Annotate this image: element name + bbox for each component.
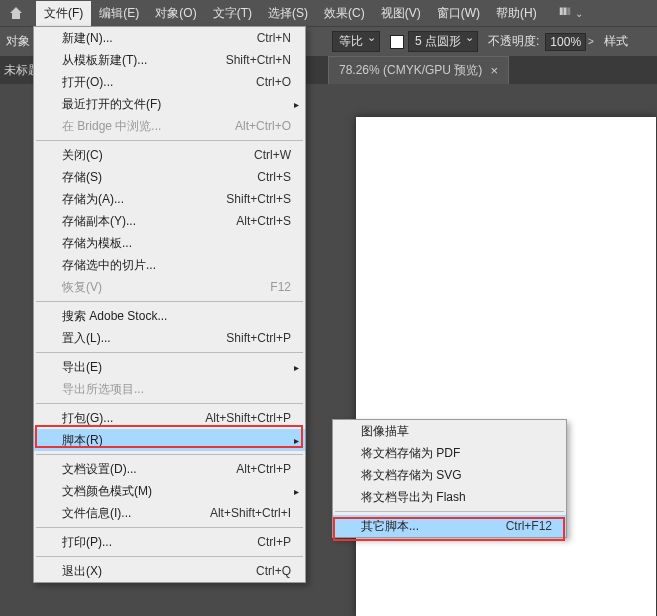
menu-item[interactable]: 新建(N)...Ctrl+N <box>34 27 305 49</box>
menu-item[interactable]: 打印(P)...Ctrl+P <box>34 531 305 553</box>
stroke-dropdown[interactable]: 5 点圆形 <box>408 31 478 52</box>
menu-item: 在 Bridge 中浏览...Alt+Ctrl+O <box>34 115 305 137</box>
menu-item-label: 搜索 Adobe Stock... <box>62 308 291 325</box>
menu-item-label: 恢复(V) <box>62 279 246 296</box>
menu-item-label: 导出(E) <box>62 359 291 376</box>
menu-item-label: 退出(X) <box>62 563 232 580</box>
menu-item-shortcut: Shift+Ctrl+N <box>226 53 291 67</box>
menu-item-shortcut: Alt+Ctrl+S <box>236 214 291 228</box>
menu-item-label: 存储为(A)... <box>62 191 202 208</box>
menu-item-label: 关闭(C) <box>62 147 230 164</box>
menu-item[interactable]: 图像描草 <box>333 420 566 442</box>
chevron-right-icon: ▸ <box>294 486 299 497</box>
menu-item-shortcut: Ctrl+F12 <box>506 519 552 533</box>
menu-help[interactable]: 帮助(H) <box>488 1 545 26</box>
menu-item[interactable]: 置入(L)...Shift+Ctrl+P <box>34 327 305 349</box>
menu-item[interactable]: 将文档导出为 Flash <box>333 486 566 508</box>
home-icon[interactable] <box>8 5 24 21</box>
menu-item[interactable]: 导出(E)▸ <box>34 356 305 378</box>
menu-object[interactable]: 对象(O) <box>147 1 204 26</box>
separator <box>335 511 564 512</box>
menu-item-label: 新建(N)... <box>62 30 233 47</box>
document-tab[interactable]: 78.26% (CMYK/GPU 预览) × <box>328 56 509 84</box>
file-dropdown-menu: 新建(N)...Ctrl+N从模板新建(T)...Shift+Ctrl+N打开(… <box>33 26 306 583</box>
menu-item-shortcut: Ctrl+S <box>257 170 291 184</box>
menu-item-shortcut: Alt+Ctrl+O <box>235 119 291 133</box>
menu-item[interactable]: 将文档存储为 SVG <box>333 464 566 486</box>
menu-item[interactable]: 脚本(R)▸ <box>34 429 305 451</box>
menu-item[interactable]: 退出(X)Ctrl+Q <box>34 560 305 582</box>
menu-item-label: 打包(G)... <box>62 410 181 427</box>
ratio-dropdown[interactable]: 等比 <box>332 31 380 52</box>
tab-text: 78.26% (CMYK/GPU 预览) <box>339 62 482 79</box>
menu-select[interactable]: 选择(S) <box>260 1 316 26</box>
swatch[interactable] <box>390 35 404 49</box>
menu-file[interactable]: 文件(F) <box>36 1 91 26</box>
menu-item[interactable]: 文件信息(I)...Alt+Shift+Ctrl+I <box>34 502 305 524</box>
menu-item[interactable]: 存储为模板... <box>34 232 305 254</box>
menu-item[interactable]: 搜索 Adobe Stock... <box>34 305 305 327</box>
separator <box>36 454 303 455</box>
menu-item-shortcut: Alt+Ctrl+P <box>236 462 291 476</box>
chevron-right-icon: ▸ <box>294 435 299 446</box>
menu-item[interactable]: 打包(G)...Alt+Shift+Ctrl+P <box>34 407 305 429</box>
close-icon[interactable]: × <box>490 63 498 78</box>
separator <box>36 301 303 302</box>
menu-item-label: 从模板新建(T)... <box>62 52 202 69</box>
menu-item[interactable]: 文档颜色模式(M)▸ <box>34 480 305 502</box>
menu-item[interactable]: 从模板新建(T)...Shift+Ctrl+N <box>34 49 305 71</box>
menu-item-shortcut: Ctrl+Q <box>256 564 291 578</box>
opacity-value[interactable]: 100% <box>545 33 586 51</box>
menu-item-label: 导出所选项目... <box>62 381 291 398</box>
menu-item-label: 文件信息(I)... <box>62 505 186 522</box>
workspace-icon[interactable] <box>557 6 573 21</box>
menu-item[interactable]: 存储副本(Y)...Alt+Ctrl+S <box>34 210 305 232</box>
menu-item-shortcut: Ctrl+P <box>257 535 291 549</box>
menu-item[interactable]: 关闭(C)Ctrl+W <box>34 144 305 166</box>
menu-item-label: 将文档导出为 Flash <box>361 489 552 506</box>
menu-item-shortcut: F12 <box>270 280 291 294</box>
menu-item[interactable]: 打开(O)...Ctrl+O <box>34 71 305 93</box>
script-submenu: 图像描草将文档存储为 PDF将文档存储为 SVG将文档导出为 Flash其它脚本… <box>332 419 567 538</box>
menu-item-label: 其它脚本... <box>361 518 482 535</box>
svg-rect-1 <box>563 7 566 15</box>
menu-item[interactable]: 将文档存储为 PDF <box>333 442 566 464</box>
menu-text[interactable]: 文字(T) <box>205 1 260 26</box>
menu-item[interactable]: 存储(S)Ctrl+S <box>34 166 305 188</box>
canvas-page[interactable] <box>356 117 656 616</box>
style-label: 样式 <box>604 33 628 50</box>
menu-edit[interactable]: 编辑(E) <box>91 1 147 26</box>
separator <box>36 527 303 528</box>
menu-item-label: 文档颜色模式(M) <box>62 483 291 500</box>
menubar: 文件(F) 编辑(E) 对象(O) 文字(T) 选择(S) 效果(C) 视图(V… <box>0 0 657 26</box>
menu-item-shortcut: Alt+Shift+Ctrl+P <box>205 411 291 425</box>
menu-item-shortcut: Ctrl+O <box>256 75 291 89</box>
chevron-down-icon[interactable]: > <box>588 36 594 47</box>
opacity-label: 不透明度: <box>488 33 539 50</box>
menu-item[interactable]: 存储为(A)...Shift+Ctrl+S <box>34 188 305 210</box>
menu-item[interactable]: 最近打开的文件(F)▸ <box>34 93 305 115</box>
menu-item-label: 置入(L)... <box>62 330 202 347</box>
menu-item: 恢复(V)F12 <box>34 276 305 298</box>
menu-item[interactable]: 存储选中的切片... <box>34 254 305 276</box>
menu-view[interactable]: 视图(V) <box>373 1 429 26</box>
menu-item-label: 存储副本(Y)... <box>62 213 212 230</box>
menu-effect[interactable]: 效果(C) <box>316 1 373 26</box>
menu-item-label: 打开(O)... <box>62 74 232 91</box>
menu-item-label: 打印(P)... <box>62 534 233 551</box>
menu-item-label: 最近打开的文件(F) <box>62 96 291 113</box>
menu-window[interactable]: 窗口(W) <box>429 1 488 26</box>
separator <box>36 140 303 141</box>
menu-item-label: 将文档存储为 SVG <box>361 467 552 484</box>
menu-item[interactable]: 文档设置(D)...Alt+Ctrl+P <box>34 458 305 480</box>
menu-item: 导出所选项目... <box>34 378 305 400</box>
chevron-down-icon[interactable]: ⌄ <box>575 8 583 19</box>
menu-item[interactable]: 其它脚本...Ctrl+F12 <box>333 515 566 537</box>
separator <box>36 556 303 557</box>
menu-item-shortcut: Ctrl+N <box>257 31 291 45</box>
separator <box>36 352 303 353</box>
menu-item-shortcut: Alt+Shift+Ctrl+I <box>210 506 291 520</box>
menu-item-label: 在 Bridge 中浏览... <box>62 118 211 135</box>
chevron-right-icon: ▸ <box>294 362 299 373</box>
menu-item-label: 存储选中的切片... <box>62 257 291 274</box>
